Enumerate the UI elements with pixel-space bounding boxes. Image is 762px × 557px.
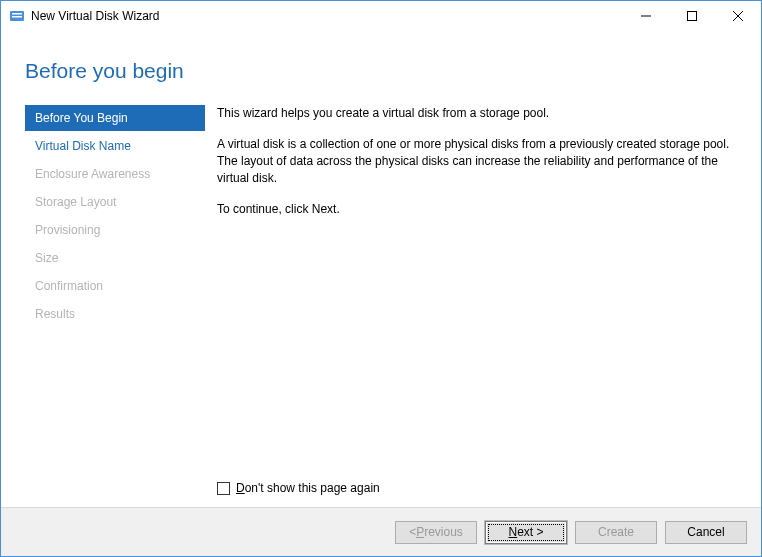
body-area: Before You Begin Virtual Disk Name Enclo… [1,99,761,507]
dont-show-again-container: Don't show this page again [217,481,733,495]
nav-results: Results [25,301,205,327]
page-title: Before you begin [25,59,761,83]
svg-rect-2 [12,16,22,18]
dont-show-again-checkbox[interactable] [217,482,230,495]
intro-paragraph-3: To continue, click Next. [217,201,733,218]
create-button: Create [575,521,657,544]
nav-before-you-begin[interactable]: Before You Begin [25,105,205,131]
nav-size: Size [25,245,205,271]
cancel-button[interactable]: Cancel [665,521,747,544]
nav-storage-layout: Storage Layout [25,189,205,215]
intro-paragraph-2: A virtual disk is a collection of one or… [217,136,733,187]
window-controls [623,1,761,31]
content-spacer [217,232,733,481]
maximize-button[interactable] [669,1,715,31]
header-area: Before you begin [1,31,761,99]
next-button[interactable]: Next > [485,521,567,544]
nav-confirmation: Confirmation [25,273,205,299]
client-area: Before you begin Before You Begin Virtua… [1,31,761,556]
previous-button: < Previous [395,521,477,544]
nav-virtual-disk-name[interactable]: Virtual Disk Name [25,133,205,159]
wizard-window: New Virtual Disk Wizard Before you begin… [0,0,762,557]
app-icon [9,8,25,24]
svg-rect-1 [12,13,22,15]
nav-enclosure-awareness: Enclosure Awareness [25,161,205,187]
intro-paragraph-1: This wizard helps you create a virtual d… [217,105,733,122]
content-pane: This wizard helps you create a virtual d… [205,99,737,507]
nav-provisioning: Provisioning [25,217,205,243]
svg-rect-4 [688,12,697,21]
close-button[interactable] [715,1,761,31]
wizard-nav: Before You Begin Virtual Disk Name Enclo… [25,99,205,507]
dont-show-again-label[interactable]: Don't show this page again [236,481,380,495]
titlebar: New Virtual Disk Wizard [1,1,761,31]
footer-buttons: < Previous Next > Create Cancel [1,508,761,556]
window-title: New Virtual Disk Wizard [31,9,623,23]
minimize-button[interactable] [623,1,669,31]
